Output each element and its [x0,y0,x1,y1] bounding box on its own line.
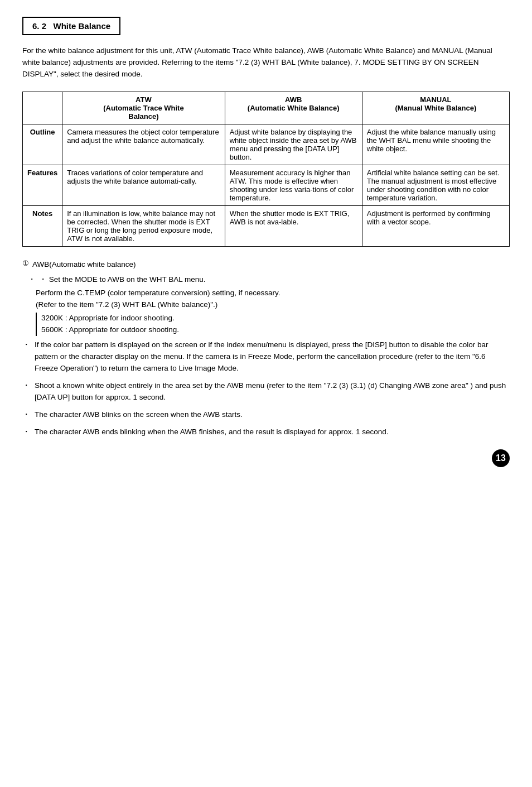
circle-item-awb: ① AWB(Automatic white balance) [22,259,510,271]
section-header: 6. 2 White Balance [22,17,120,35]
perform-text: Perform the C.TEMP (color temperature co… [36,287,510,311]
col-header-empty [23,92,62,124]
col-header-manual: MANUAL(Manual White Balance) [362,92,509,124]
table-row: OutlineCamera measures the object color … [23,124,510,165]
dot-icon: ・ [28,274,36,286]
awb-section: ① AWB(Automatic white balance) ・ ・ Set t… [22,259,510,337]
sub-item-set-mode: ・ ・ Set the MODE to AWB on the WHT BAL m… [28,274,510,286]
main-bullet-item: ・Shoot a known white object entirely in … [22,380,510,404]
awb-sub-bullets: ・ ・ Set the MODE to AWB on the WHT BAL m… [28,274,510,286]
circle-content: AWB(Automatic white balance) [32,259,136,271]
col-header-atw: ATW(Automatic Trace WhiteBalance) [62,92,225,124]
row-manual-cell: Adjust the white balance manually using … [362,124,509,165]
table-row: NotesIf an illumination is low, white ba… [23,205,510,246]
bullet-dot-icon: ・ [22,409,30,421]
row-atw-cell: If an illumination is low, white balance… [62,205,225,246]
page-number-container: 13 [22,449,510,467]
row-atw-cell: Camera measures the object color tempera… [62,124,225,165]
row-atw-cell: Traces variations of color temperature a… [62,165,225,205]
bullet-dot-icon: ・ [22,380,30,392]
section-title: White Balance [54,21,111,31]
awb-label: AWB(Automatic white balance) [32,260,136,268]
bullet-dot-icon: ・ [22,339,30,351]
row-awb-cell: Measurement accuracy is higher than ATW.… [225,165,362,205]
circle-num: ① [22,259,29,267]
row-manual-cell: Artificial white balance setting can be … [362,165,509,205]
bullet-text: Shoot a known white object entirely in t… [35,380,510,404]
bullet-text: The character AWB ends blinking when the… [35,426,389,438]
refer-label: (Refer to the item "7.2 (3) WHT BAL (Whi… [36,300,217,309]
row-label-cell: Features [23,165,62,205]
col-header-awb: AWB(Automatic White Balance) [225,92,362,124]
bullet-dot-icon: ・ [22,426,30,438]
bracket-item-5600: 5600K : Appropriate for outdoor shooting… [41,324,510,336]
perform-label: Perform the C.TEMP (color temperature co… [36,289,280,297]
bullet-text: The character AWB blinks on the screen w… [35,409,243,421]
main-bullet-item: ・The character AWB blinks on the screen … [22,409,510,421]
bullet-text: If the color bar pattern is displayed on… [35,339,510,375]
intro-paragraph: For the white balance adjustment for thi… [22,45,510,80]
table-row: FeaturesTraces variations of color tempe… [23,165,510,205]
section-number: 6. 2 [32,21,46,31]
row-awb-cell: Adjust white balance by displaying the w… [225,124,362,165]
page-number: 13 [492,449,510,467]
main-bullet-list: ・If the color bar pattern is displayed o… [22,339,510,438]
row-manual-cell: Adjustment is performed by confirming wi… [362,205,509,246]
row-awb-cell: When the shutter mode is EXT TRIG, AWB i… [225,205,362,246]
main-bullet-item: ・If the color bar pattern is displayed o… [22,339,510,375]
main-bullet-item: ・The character AWB ends blinking when th… [22,426,510,438]
row-label-cell: Notes [23,205,62,246]
bracket-item-3200: 3200K : Appropriate for indoor shooting. [41,313,510,324]
sub-set-mode-text: ・ Set the MODE to AWB on the WHT BAL men… [39,274,206,286]
row-label-cell: Outline [23,124,62,165]
bracket-group: 3200K : Appropriate for indoor shooting.… [36,313,510,336]
comparison-table: ATW(Automatic Trace WhiteBalance) AWB(Au… [22,92,510,247]
